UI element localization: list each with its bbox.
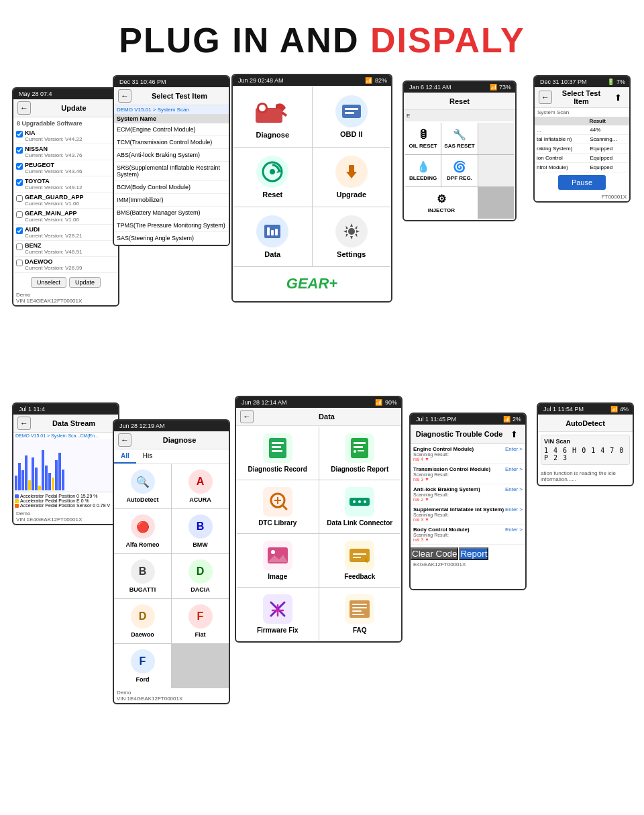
update-button[interactable]: Update	[69, 277, 101, 288]
reset-cell-sas[interactable]: 🔧 SAS RESET	[441, 123, 477, 154]
settings-label: Settings	[337, 250, 366, 258]
clear-code-button[interactable]: Clear Code	[411, 547, 458, 560]
feedback-cell[interactable]: Feedback	[319, 534, 401, 587]
firmware-fix-cell[interactable]: Firmware Fix	[237, 588, 319, 641]
bar	[45, 466, 48, 491]
reset-cell-blank2	[478, 155, 514, 186]
enter-abs[interactable]: Enter >	[505, 486, 523, 492]
gear-guard-checkbox[interactable]	[16, 195, 23, 202]
reset-cell-dpf[interactable]: 🌀 DPF REG.	[441, 155, 477, 186]
auto-title: AutoDetect	[542, 419, 629, 427]
nissan-checkbox[interactable]	[16, 147, 23, 154]
list-item[interactable]: IMM(Immobilizer)	[114, 194, 229, 207]
brand-bugatti[interactable]: B BUGATTI	[114, 554, 171, 598]
back-button-update[interactable]: ←	[17, 101, 31, 115]
battery-dtc: 📶 2%	[503, 416, 521, 423]
nav-bar-dtc: Diagnostic Trouble Code ⬆	[411, 425, 525, 444]
back-button-data[interactable]: ←	[240, 410, 254, 423]
back-button-ds[interactable]: ←	[17, 417, 31, 430]
obdii-cell[interactable]: OBD II	[313, 87, 391, 147]
brand-bmw[interactable]: B BMW	[172, 509, 229, 553]
kia-checkbox[interactable]	[16, 131, 23, 138]
enter-ecm[interactable]: Enter >	[505, 446, 523, 452]
list-item[interactable]: BMS(Battery Manager System)	[114, 207, 229, 219]
legend-item: Accelerator Pedal Position E 0 %	[15, 498, 117, 503]
dtc-item-tcm[interactable]: Enter > Transmission Control Module) Sca…	[411, 464, 525, 484]
data-link-cell[interactable]: Data Link Connector	[319, 480, 401, 533]
dtc-item-abs[interactable]: Enter > Anti-lock Braking System) Scanni…	[411, 484, 525, 504]
benz-checkbox[interactable]	[16, 243, 23, 250]
svg-rect-21	[354, 442, 366, 444]
dtc-item-bcm[interactable]: Enter > Body Control Module) Scanning Re…	[411, 525, 525, 545]
dtc-library-cell[interactable]: DTC Library	[237, 480, 319, 533]
bleeding-icon: 💧	[417, 160, 430, 173]
unselect-button[interactable]: Unselect	[31, 277, 66, 288]
tab-history[interactable]: His	[136, 449, 159, 464]
back-button-brands[interactable]: ←	[118, 433, 131, 447]
image-cell[interactable]: Image	[237, 534, 319, 587]
gear-main-checkbox[interactable]	[16, 211, 23, 218]
gearplus-cell[interactable]: GEAR+	[233, 267, 390, 301]
diagnostic-report-label: Diagnostic Report	[331, 466, 388, 473]
dtc-item-ecm[interactable]: Enter > Engine Control Module) Scanning …	[411, 444, 525, 464]
bar	[38, 486, 41, 491]
settings-cell[interactable]: Settings	[313, 207, 391, 266]
data-cell[interactable]: Data	[233, 207, 312, 266]
enter-srs[interactable]: Enter >	[505, 506, 523, 512]
daewoo-checkbox[interactable]	[16, 260, 23, 266]
diagnostic-record-cell[interactable]: Diagnostic Record	[237, 427, 319, 480]
reset-cell-injector[interactable]: ⚙ INJECTOR	[405, 187, 478, 219]
dtc-item-srs[interactable]: Enter > Supplemental Inflatable int Syst…	[411, 504, 525, 525]
list-item[interactable]: ABS(Anti-lock Braking System)	[114, 149, 229, 162]
list-item[interactable]: ECM(Engine Control Module)	[114, 123, 229, 136]
diagnostic-report-cell[interactable]: Diagnostic Report	[319, 427, 401, 480]
nav-bar-data: ← Data	[236, 408, 401, 426]
svg-rect-45	[350, 600, 370, 618]
audi-checkbox[interactable]	[16, 227, 23, 234]
upgrade-list: 8 Upgradable Software KIACurrent Version…	[13, 117, 118, 274]
back-button-select[interactable]: ←	[118, 89, 131, 103]
faq-cell[interactable]: FAQ	[319, 588, 401, 641]
upgrade-cell[interactable]: Upgrade	[313, 148, 391, 207]
brand-daewoo[interactable]: D Daewoo	[114, 599, 171, 643]
brand-acura[interactable]: A ACURA	[172, 464, 229, 508]
brand-dacia[interactable]: D DACIA	[172, 554, 229, 598]
export-dtc-icon[interactable]: ⬆	[506, 427, 521, 441]
brand-ford[interactable]: F Ford	[114, 644, 171, 688]
status-bar-diagnose: Jun 29 02:48 AM 📶 82%	[233, 75, 391, 86]
diagnose-grid: Diagnose OBD II	[233, 87, 390, 301]
data-link-icon	[345, 487, 374, 517]
list-item[interactable]: TCM(Transmission Control Module)	[114, 136, 229, 149]
diagnose-cell[interactable]: Diagnose	[233, 87, 312, 147]
tab-all[interactable]: All	[114, 449, 136, 464]
reset-cell[interactable]: Reset	[233, 148, 312, 207]
time-select: Dec 31 10:46 PM	[118, 78, 166, 85]
reset-cell-bleeding[interactable]: 💧 BLEEDING	[405, 155, 441, 186]
data-link-label: Data Link Connector	[327, 519, 392, 527]
export-icon[interactable]: ⬆	[610, 90, 625, 105]
brand-alfaromeo[interactable]: 🔴 Alfa Romeo	[114, 509, 171, 553]
brand-autodetect[interactable]: 🔍 AutoDetect	[114, 464, 171, 508]
table-row: ntrol Module)Equipped	[535, 163, 629, 172]
reset-cell-oil[interactable]: 🛢 OIL RESET	[405, 123, 441, 154]
peugeot-checkbox[interactable]	[16, 163, 23, 170]
legend-dot-3	[15, 504, 19, 508]
select-title: Select Test Item	[134, 92, 225, 100]
vin-scan-label: VIN Scan	[544, 438, 627, 445]
dtc-library-label: DTC Library	[258, 519, 297, 527]
list-item[interactable]: TPMS(Tire Pressure Monitoring System)	[114, 219, 229, 232]
pause-button[interactable]: Pause	[558, 175, 606, 190]
list-item[interactable]: SRS(Supplemental Inflatable Restraint Sy…	[114, 162, 229, 181]
list-item[interactable]: SAS(Steering Angle System)	[114, 232, 229, 245]
wifi-icon: 📶	[365, 77, 372, 84]
svg-rect-12	[267, 227, 270, 235]
report-button[interactable]: Report	[459, 547, 488, 560]
list-item[interactable]: BCM(Body Control Module)	[114, 181, 229, 194]
enter-bcm[interactable]: Enter >	[505, 527, 523, 533]
enter-tcm[interactable]: Enter >	[505, 466, 523, 472]
brand-fiat[interactable]: F Fiat	[172, 599, 229, 643]
toyota-checkbox[interactable]	[16, 179, 23, 186]
nav-bar-reset: Reset	[404, 93, 515, 110]
back-button-select2[interactable]: ←	[539, 91, 552, 104]
bar	[62, 470, 64, 491]
